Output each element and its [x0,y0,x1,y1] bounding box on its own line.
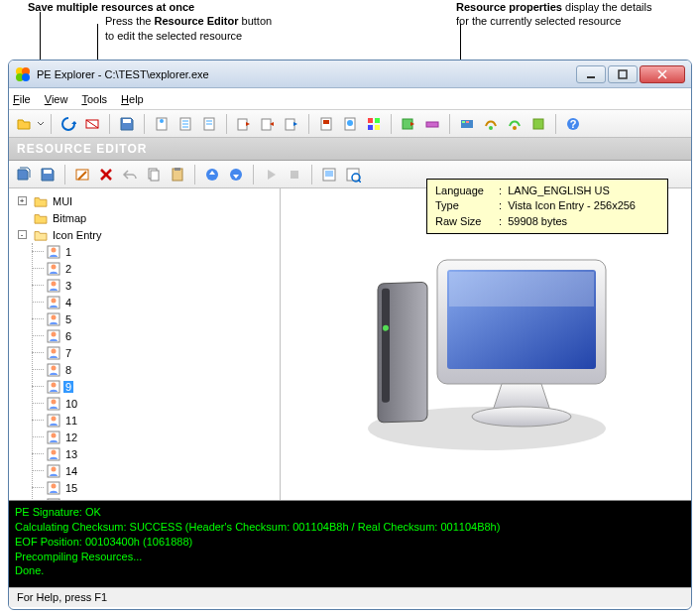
console-line: Calculating Checksum: SUCCESS (Header's … [15,520,685,535]
tree-label: MUI [51,195,74,207]
save-button[interactable] [116,113,138,135]
svg-text:?: ? [570,118,577,130]
open-button[interactable] [13,113,35,135]
tree-item[interactable]: 13 [33,445,276,462]
plugin4-button[interactable] [527,113,549,135]
doc1-button[interactable] [151,113,173,135]
palette-button[interactable] [363,113,385,135]
console: PE Signature: OKCalculating Checksum: SU… [9,500,691,587]
view1-button[interactable] [318,164,340,185]
play-button[interactable] [260,164,282,185]
tool2-button[interactable] [421,113,443,135]
titlebar[interactable]: PE Explorer - C:\TEST\explorer.exe [9,61,691,88]
view2-button[interactable] [342,164,364,185]
export3-button[interactable] [281,113,302,135]
svg-point-31 [489,126,493,130]
tree-item-label: 8 [63,364,73,376]
tree-item-label: 4 [63,297,73,308]
tree-item[interactable]: 16 [33,496,276,500]
resource-editor-button[interactable] [71,164,93,185]
tree-item[interactable]: 6 [33,327,276,344]
undo-button[interactable] [119,164,141,185]
tree-panel: +MUIBitmap-Icon Entry1234567891011121314… [9,188,281,500]
svg-rect-86 [382,289,390,403]
tree-folder[interactable]: +MUI [13,192,276,209]
tree-item-label: 13 [63,448,79,460]
tree-item[interactable]: 7 [33,344,276,361]
svg-rect-15 [238,119,247,130]
body-area: +MUIBitmap-Icon Entry1234567891011121314… [9,188,691,500]
dropdown-icon[interactable] [37,116,45,132]
minimize-button[interactable] [576,65,606,83]
tree-item[interactable]: 12 [33,429,276,445]
menu-file[interactable]: File [13,93,31,105]
svg-point-79 [52,466,57,471]
stop-button[interactable] [284,164,305,185]
tree-item-label: 6 [63,330,73,342]
svg-point-12 [160,119,164,123]
tree-scroll[interactable]: +MUIBitmap-Icon Entry1234567891011121314… [9,188,280,500]
svg-rect-10 [123,119,131,123]
main-toolbar: ? [9,110,691,138]
svg-rect-19 [323,120,329,124]
svg-point-91 [472,407,571,427]
menu-view[interactable]: View [45,93,68,105]
svg-point-63 [52,331,57,336]
menu-help[interactable]: Help [121,93,144,105]
save-single-button[interactable] [37,164,58,185]
callout-props: Resource properties display the details … [456,0,684,29]
save-all-button[interactable] [13,164,35,185]
tree-item[interactable]: 11 [33,412,276,429]
help-button[interactable]: ? [562,113,584,135]
tree-item[interactable]: 1 [33,243,276,260]
tree-item-label: 1 [63,246,73,258]
plugin1-button[interactable] [456,113,478,135]
tree-item[interactable]: 3 [33,277,276,294]
console-line: Precompiling Resources... [15,550,685,564]
svg-rect-17 [286,119,294,130]
tree-item-label: 14 [63,465,79,477]
svg-rect-30 [466,121,469,123]
tree-item[interactable]: 8 [33,361,276,378]
tree-item[interactable]: 15 [33,479,276,496]
svg-point-3 [22,73,30,81]
svg-point-65 [52,348,57,353]
tree-folder[interactable]: Bitmap [13,209,276,226]
maximize-button[interactable] [608,65,638,83]
tree-item[interactable]: 5 [33,310,276,327]
close-button[interactable] [640,65,685,83]
properties-tooltip: Language: LANG_ENGLISH US Type: Vista Ic… [426,179,668,234]
res2-button[interactable] [339,113,361,135]
refresh-button[interactable] [58,113,79,135]
plugin2-button[interactable] [480,113,502,135]
tree-folder[interactable]: -Icon Entry [13,226,276,243]
tree-item[interactable]: 9 [33,378,276,395]
export2-button[interactable] [257,113,279,135]
plugin3-button[interactable] [504,113,525,135]
copy-button[interactable] [143,164,165,185]
tree-item[interactable]: 14 [33,462,276,479]
menu-tools[interactable]: Tools [81,93,107,105]
tree-item[interactable]: 4 [33,294,276,310]
tree-item[interactable]: 10 [33,395,276,412]
tree-item-label: 12 [63,431,79,443]
doc3-button[interactable] [198,113,220,135]
up-button[interactable] [201,164,223,185]
down-button[interactable] [225,164,247,185]
tree-item-label: 9 [63,381,73,393]
delete-button[interactable] [95,164,117,185]
callout-props-title: Resource properties [456,1,562,13]
tree-item-label: 7 [63,347,73,359]
tree-item-label: 3 [63,280,73,292]
export1-button[interactable] [233,113,255,135]
console-line: PE Signature: OK [15,505,685,520]
tree-item[interactable]: 2 [33,260,276,277]
svg-point-55 [52,264,57,269]
doc2-button[interactable] [175,113,196,135]
expand-toggle[interactable]: + [18,196,27,205]
res1-button[interactable] [315,113,337,135]
expand-toggle[interactable]: - [18,230,27,239]
svg-rect-33 [533,119,543,129]
paste-button[interactable] [167,164,188,185]
tool1-button[interactable] [398,113,419,135]
